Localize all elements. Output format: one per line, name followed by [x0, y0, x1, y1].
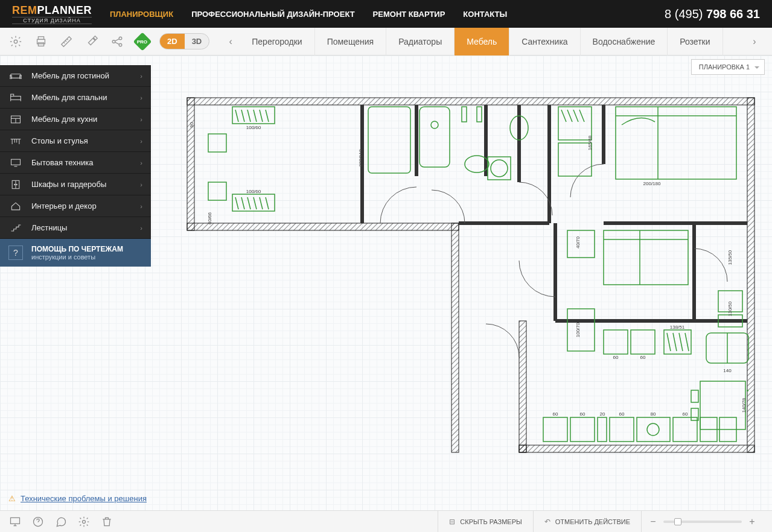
house-icon — [8, 201, 23, 212]
svg-rect-33 — [604, 230, 688, 285]
layer-sockets[interactable]: Розетки — [668, 28, 723, 55]
sidebar: Мебель для гостиной › Мебель для спальни… — [0, 65, 151, 267]
svg-rect-38 — [631, 330, 655, 354]
svg-point-51 — [647, 423, 659, 435]
sidebar-help[interactable]: ? ПОМОЩЬ ПО ЧЕРТЕЖАМ инструкции и советы — [0, 239, 151, 267]
layer-next-icon[interactable]: › — [745, 36, 764, 47]
phone-number[interactable]: 8 (495) 798 66 31 — [665, 7, 760, 21]
layer-water[interactable]: Водоснабжение — [581, 28, 668, 55]
svg-rect-2 — [38, 36, 43, 39]
sidebar-label: Мебель для кухни — [31, 115, 140, 124]
svg-rect-48 — [598, 417, 607, 442]
svg-point-28 — [491, 160, 508, 177]
help-title: ПОМОЩЬ ПО ЧЕРТЕЖАМ — [31, 245, 123, 253]
svg-rect-20 — [368, 107, 410, 173]
svg-point-5 — [119, 37, 122, 40]
nav-renovation[interactable]: РЕМОНТ КВАРТИР — [373, 10, 445, 19]
zoom-out-button[interactable]: − — [649, 516, 657, 527]
svg-text:60: 60 — [683, 411, 688, 417]
svg-text:20: 20 — [600, 411, 605, 417]
svg-rect-77 — [11, 74, 21, 78]
tech-issues-link[interactable]: ⚠ Технические проблемы и решения — [8, 494, 147, 503]
svg-rect-13 — [747, 98, 754, 452]
sidebar-label: Бытовая техника — [31, 158, 140, 167]
svg-text:100/60: 100/60 — [246, 125, 261, 130]
stairs-icon — [8, 223, 23, 233]
layer-radiators[interactable]: Радиаторы — [386, 28, 455, 55]
layer-rooms[interactable]: Помещения — [315, 28, 387, 55]
svg-rect-45 — [747, 390, 748, 391]
svg-rect-15 — [519, 321, 526, 452]
sidebar-item-decor[interactable]: Интерьер и декор › — [0, 195, 151, 217]
svg-text:60: 60 — [580, 411, 585, 417]
view-toggle: 2D 3D — [159, 33, 209, 49]
sidebar-label: Мебель для гостиной — [31, 71, 140, 80]
tech-issues-text: Технические проблемы и решения — [21, 494, 147, 503]
undo-label: ОТМЕНИТЬ ДЕЙСТВИЕ — [555, 518, 630, 525]
layer-prev-icon[interactable]: ‹ — [222, 36, 240, 47]
svg-text:60: 60 — [553, 411, 558, 417]
settings-icon[interactable] — [77, 515, 91, 528]
sidebar-item-stairs[interactable]: Лестницы › — [0, 217, 151, 239]
toolbar: PRO 2D 3D ‹ Перегородки Помещения Радиат… — [0, 28, 772, 55]
logo-planner: PLANNER — [37, 4, 92, 16]
layer-partitions[interactable]: Перегородки — [240, 28, 314, 55]
nav-contacts[interactable]: КОНТАКТЫ — [463, 10, 507, 19]
svg-text:165/68: 165/68 — [587, 135, 593, 150]
layer-tabs: ‹ Перегородки Помещения Радиаторы Мебель… — [222, 28, 764, 55]
svg-point-100 — [83, 520, 86, 523]
zoom-in-button[interactable]: + — [748, 516, 756, 527]
svg-text:200/110: 200/110 — [358, 149, 363, 166]
chat-icon[interactable] — [54, 515, 68, 528]
chevron-right-icon: › — [140, 138, 142, 145]
svg-rect-12 — [519, 445, 754, 452]
svg-point-96 — [14, 184, 15, 185]
floorplan[interactable]: 100/60 100/60 200/110 90 60/66 165/68 20… — [181, 92, 761, 466]
sidebar-item-bedroom[interactable]: Мебель для спальни › — [0, 87, 151, 109]
svg-rect-17 — [208, 134, 226, 152]
pro-badge-icon[interactable]: PRO — [135, 34, 150, 49]
question-icon: ? — [8, 245, 23, 260]
zoom-thumb[interactable] — [674, 518, 681, 525]
layout-dropdown[interactable]: ПЛАНИРОВКА 1 — [691, 59, 765, 75]
logo[interactable]: REMPLANNER СТУДИЯ ДИЗАЙНА — [12, 4, 92, 24]
svg-rect-46 — [543, 417, 567, 442]
zoom-slider[interactable] — [663, 521, 742, 523]
undo-icon: ↶ — [544, 518, 550, 526]
svg-point-6 — [119, 43, 122, 46]
sidebar-item-tables[interactable]: Столы и стулья › — [0, 130, 151, 152]
bed-icon — [8, 92, 23, 103]
chevron-right-icon: › — [140, 72, 142, 80]
trash-icon[interactable] — [100, 515, 113, 528]
hide-dimensions-button[interactable]: ⊟ СКРЫТЬ РАЗМЕРЫ — [438, 511, 532, 533]
kitchen-icon — [8, 114, 23, 125]
main-nav: ПЛАНИРОВЩИК ПРОФЕССИОНАЛЬНЫЙ ДИЗАЙН-ПРОЕ… — [110, 10, 665, 19]
view-3d-button[interactable]: 3D — [185, 34, 209, 49]
layer-plumbing[interactable]: Сантехника — [509, 28, 580, 55]
layer-furniture[interactable]: Мебель — [455, 28, 509, 55]
help-icon[interactable] — [31, 515, 45, 528]
zoom-control: − + — [641, 511, 764, 533]
sidebar-item-wardrobes[interactable]: Шкафы и гардеробы › — [0, 174, 151, 195]
svg-rect-18 — [208, 182, 226, 200]
svg-text:40/70: 40/70 — [575, 236, 581, 249]
sidebar-item-kitchen[interactable]: Мебель для кухни › — [0, 109, 151, 130]
svg-rect-37 — [604, 330, 628, 354]
svg-point-97 — [16, 184, 17, 185]
screen-icon[interactable] — [8, 515, 22, 528]
sidebar-label: Интерьер и декор — [31, 201, 140, 211]
sidebar-item-living-room[interactable]: Мебель для гостиной › — [0, 65, 151, 87]
settings-gear-icon[interactable] — [8, 34, 23, 49]
share-icon[interactable] — [110, 34, 124, 49]
logo-rem: REM — [12, 4, 37, 16]
sidebar-item-appliances[interactable]: Бытовая техника › — [0, 152, 151, 174]
view-2d-button[interactable]: 2D — [160, 34, 185, 49]
print-icon[interactable] — [34, 34, 48, 49]
svg-rect-47 — [570, 417, 595, 442]
tools-icon[interactable] — [85, 34, 99, 49]
nav-planner[interactable]: ПЛАНИРОВЩИК — [110, 10, 173, 19]
ruler-icon[interactable] — [59, 34, 74, 49]
svg-text:80: 80 — [651, 411, 656, 417]
nav-design-project[interactable]: ПРОФЕССИОНАЛЬНЫЙ ДИЗАЙН-ПРОЕКТ — [191, 10, 354, 19]
undo-button[interactable]: ↶ ОТМЕНИТЬ ДЕЙСТВИЕ — [533, 511, 641, 533]
